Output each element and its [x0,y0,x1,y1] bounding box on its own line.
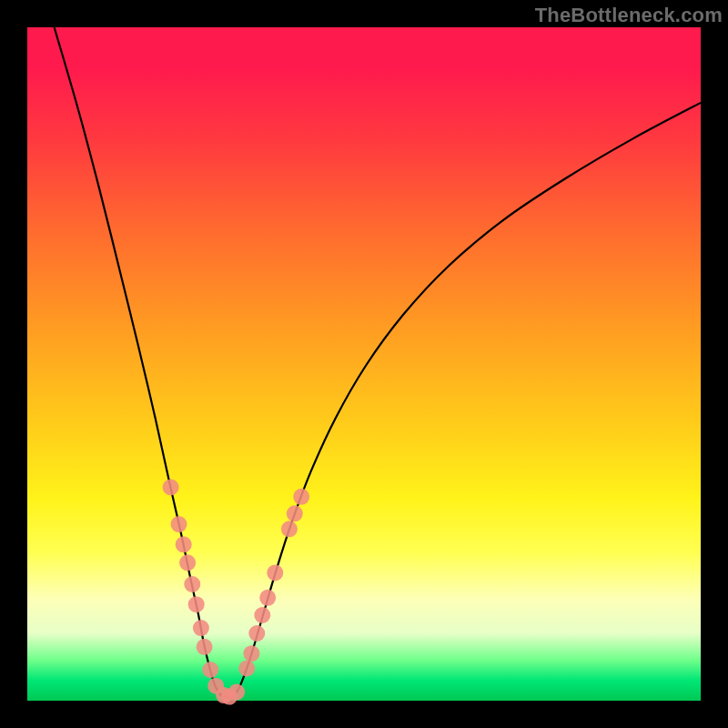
curve-marker [287,505,303,521]
curve-layer [27,27,701,701]
curve-marker [202,662,218,678]
watermark-text: TheBottleneck.com [535,4,723,27]
curve-marker [216,687,232,703]
curve-marker [184,576,200,592]
curve-marker [179,554,196,571]
curve-marker [293,489,309,505]
curve-marker [188,596,205,612]
curve-marker [176,536,192,552]
bottleneck-curve [55,27,701,697]
curve-marker [193,620,209,636]
curve-marker [238,661,255,677]
curve-marker [259,590,276,606]
plot-area [27,27,701,701]
curve-marker [267,564,283,581]
curve-marker [163,479,179,495]
curve-marker [207,678,224,694]
curve-marker [281,521,298,537]
curve-marker [221,689,238,705]
curve-marker [248,625,265,642]
marker-group [163,479,310,704]
outer-frame: TheBottleneck.com [0,0,728,728]
curve-marker [243,645,259,662]
curve-marker [228,683,245,700]
curve-marker [197,639,213,655]
curve-marker [171,516,187,532]
curve-marker [254,607,270,623]
